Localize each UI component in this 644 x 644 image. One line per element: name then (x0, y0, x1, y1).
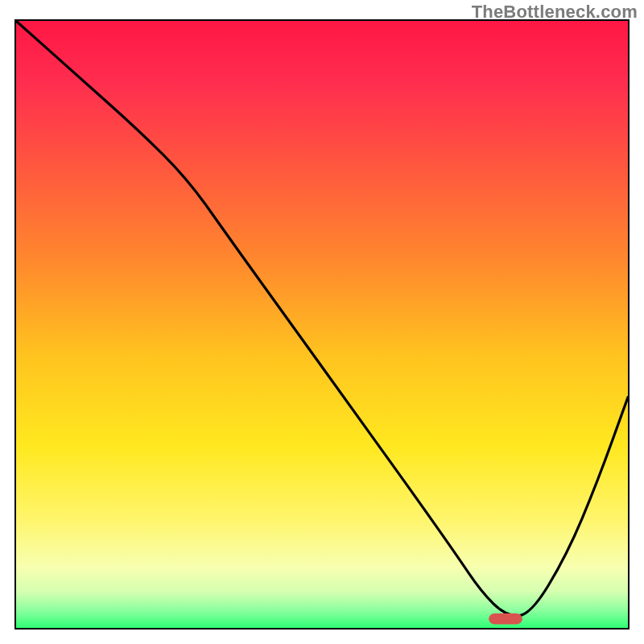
chart-svg (16, 21, 628, 628)
chart-frame: TheBottleneck.com (0, 0, 644, 644)
optimal-marker (489, 613, 522, 625)
watermark-text: TheBottleneck.com (472, 2, 638, 23)
plot-area (14, 19, 630, 630)
gradient-background (16, 21, 628, 628)
